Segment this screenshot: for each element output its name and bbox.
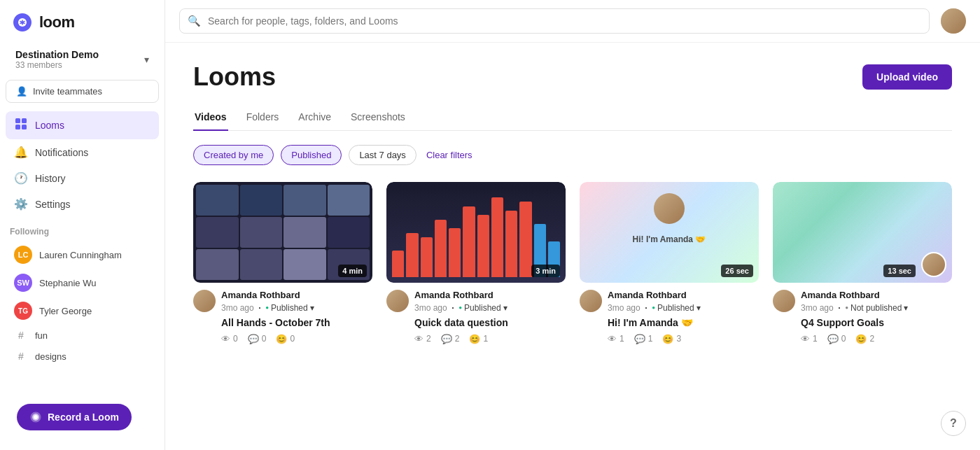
comments-4: 💬 0 [827, 334, 846, 344]
time-ago-2: 3mo ago [414, 303, 447, 313]
logo-text: loom [39, 13, 75, 31]
sidebar-item-label-looms: Looms [35, 120, 64, 131]
eye-icon-4: 👁 [801, 334, 810, 344]
status-badge-1[interactable]: ● Published ▾ [265, 303, 314, 313]
views-2: 👁 2 [414, 334, 431, 344]
sidebar-item-history[interactable]: 🕐 History [6, 165, 159, 191]
comment-icon-1: 💬 [248, 334, 259, 344]
comment-icon-3: 💬 [634, 334, 645, 344]
looms-icon [14, 118, 28, 133]
gear-icon: ⚙️ [14, 197, 28, 211]
sidebar-item-label-history: History [35, 173, 66, 184]
video-stats-3: 👁 1 💬 1 😊 3 [608, 334, 759, 344]
following-item-lauren[interactable]: LC Lauren Cunningham [6, 241, 159, 269]
svg-rect-3 [22, 125, 27, 129]
video-info-3: Amanda Rothbard 3mo ago · ● Published ▾ … [580, 283, 759, 349]
record-loom-button[interactable]: Record a Loom [17, 404, 132, 430]
duration-badge-1: 4 min [338, 265, 367, 277]
chevron-status-1: ▾ [310, 303, 314, 313]
status-badge-2[interactable]: ● Published ▾ [458, 303, 507, 313]
hashtag-label-fun: fun [35, 330, 48, 341]
video-card-2[interactable]: 3 min Amanda Rothbard 3mo ago · ● Publis… [386, 182, 566, 349]
tab-archive[interactable]: Archive [297, 106, 332, 131]
filter-created-by-me[interactable]: Created by me [193, 145, 274, 165]
chevron-status-3: ▾ [696, 303, 701, 313]
thumbnail-3: Hi! I'm Amanda 🤝 26 sec [580, 182, 759, 283]
hashtag-icon: # [14, 330, 28, 341]
sidebar-item-label-notifications: Notifications [35, 147, 88, 158]
time-ago-1: 3mo ago [221, 303, 254, 313]
hashtag-item-fun[interactable]: # fun [6, 325, 159, 346]
following-item-tyler[interactable]: TG Tyler George [6, 297, 159, 325]
video-card-3[interactable]: Hi! I'm Amanda 🤝 26 sec Amanda Rothbard … [580, 182, 759, 349]
chevron-down-icon: ▾ [144, 54, 149, 65]
workspace-selector[interactable]: Destination Demo 33 members ▾ [6, 42, 159, 77]
reaction-icon-3: 😊 [662, 334, 673, 344]
video-stats-1: 👁 0 💬 0 😊 0 [221, 334, 372, 344]
comments-2: 💬 2 [441, 334, 460, 344]
sidebar-item-notifications[interactable]: 🔔 Notifications [6, 139, 159, 165]
video-card-1[interactable]: 4 min Amanda Rothbard 3mo ago · ● Publis… [193, 182, 372, 349]
reactions-4: 😊 2 [855, 334, 874, 344]
comment-icon-4: 💬 [827, 334, 839, 344]
svg-rect-2 [15, 125, 20, 129]
following-name-stephanie: Stephanie Wu [39, 278, 96, 288]
video-title-3: Hi! I'm Amanda 🤝 [608, 317, 759, 328]
video-meta-1: Amanda Rothbard 3mo ago · ● Published ▾ … [221, 290, 372, 344]
creator-name-3: Amanda Rothbard [608, 290, 759, 300]
creator-avatar-3 [580, 290, 602, 312]
sidebar-item-looms[interactable]: Looms [6, 111, 159, 139]
sidebar-item-settings[interactable]: ⚙️ Settings [6, 191, 159, 217]
video-time-status-1: 3mo ago · ● Published ▾ [221, 302, 372, 314]
hashtag-icon-2: # [14, 351, 28, 362]
clear-filters-button[interactable]: Clear filters [424, 146, 475, 164]
hashtag-label-designs: designs [35, 351, 66, 362]
views-4: 👁 1 [801, 334, 818, 344]
video-meta-3: Amanda Rothbard 3mo ago · ● Published ▾ … [608, 290, 759, 344]
following-item-stephanie[interactable]: SW Stephanie Wu [6, 269, 159, 297]
video-time-status-2: 3mo ago · ● Published ▾ [414, 302, 566, 314]
topbar: 🔍 [165, 0, 980, 43]
hashtag-item-designs[interactable]: # designs [6, 346, 159, 367]
search-input[interactable] [179, 8, 930, 34]
status-badge-3[interactable]: ● Published ▾ [652, 303, 701, 313]
time-ago-3: 3mo ago [608, 303, 640, 313]
sidebar: loom Destination Demo 33 members ▾ 👤 Inv… [0, 0, 165, 450]
thumbnail-2: 3 min [386, 182, 566, 283]
person-icon: 👤 [16, 86, 27, 97]
workspace-info: Destination Demo 33 members [15, 49, 99, 70]
comments-3: 💬 1 [634, 334, 653, 344]
duration-badge-3: 26 sec [721, 265, 753, 277]
reaction-icon-1: 😊 [276, 334, 287, 344]
upload-video-button[interactable]: Upload video [862, 64, 952, 90]
status-dot-4: ● [845, 304, 848, 311]
tab-videos[interactable]: Videos [193, 106, 228, 131]
thumb-text-3: Hi! I'm Amanda 🤝 [633, 234, 706, 244]
video-stats-2: 👁 2 💬 2 😊 1 [414, 334, 566, 344]
user-avatar[interactable] [941, 8, 966, 34]
creator-avatar-4 [773, 290, 795, 312]
thumb-avatar-4 [921, 252, 946, 277]
invite-teammates-button[interactable]: 👤 Invite teammates [6, 80, 159, 103]
thumb-avatar-3 [654, 193, 685, 224]
bell-icon: 🔔 [14, 146, 28, 159]
status-badge-4[interactable]: ● Not published ▾ [845, 303, 908, 313]
video-meta-4: Amanda Rothbard 3mo ago · ● Not publishe… [801, 290, 952, 344]
video-card-4[interactable]: 13 sec Amanda Rothbard 3mo ago · ● Not p… [773, 182, 952, 349]
record-icon [29, 411, 42, 423]
creator-name-1: Amanda Rothbard [221, 290, 372, 300]
avatar-tyler: TG [14, 302, 32, 320]
sidebar-item-label-settings: Settings [35, 199, 71, 210]
video-info-4: Amanda Rothbard 3mo ago · ● Not publishe… [773, 283, 952, 349]
video-title-4: Q4 Support Goals [801, 317, 952, 328]
following-name-lauren: Lauren Cunningham [39, 250, 122, 260]
page-content: Looms Upload video Videos Folders Archiv… [165, 43, 980, 450]
filter-last-7-days[interactable]: Last 7 days [349, 145, 416, 165]
tab-folders[interactable]: Folders [245, 106, 281, 131]
help-button[interactable]: ? [941, 411, 966, 436]
views-3: 👁 1 [608, 334, 624, 344]
filters-bar: Created by me Published Last 7 days Clea… [193, 145, 952, 165]
tab-screenshots[interactable]: Screenshots [349, 106, 407, 131]
main-content: 🔍 Looms Upload video Videos Folders Arch… [165, 0, 980, 450]
filter-published[interactable]: Published [281, 145, 342, 165]
